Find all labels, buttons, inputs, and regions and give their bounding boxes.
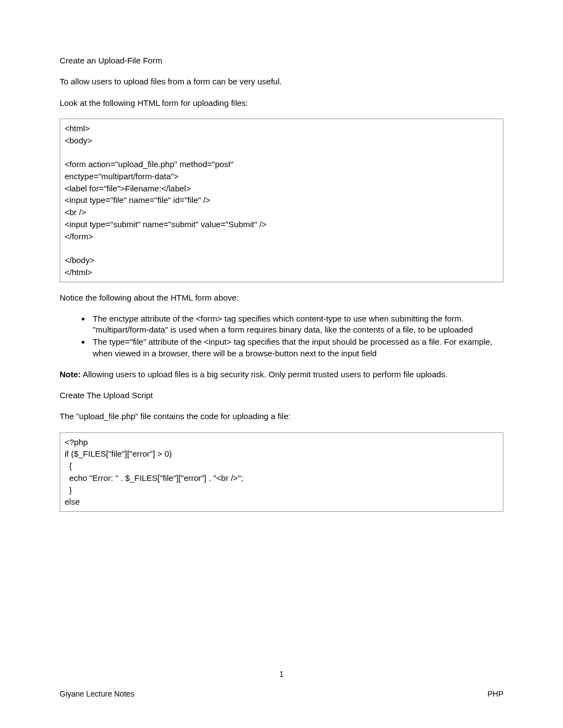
- paragraph: Look at the following HTML form for uplo…: [60, 98, 503, 109]
- footer: Giyane Lecture Notes PHP: [60, 689, 503, 698]
- note-text: Allowing users to upload files is a big …: [81, 370, 447, 379]
- footer-right: PHP: [487, 689, 503, 698]
- list-item: The enctype attribute of the <form> tag …: [91, 313, 503, 336]
- list-item: The type="file" attribute of the <input>…: [91, 336, 503, 359]
- section-heading: Create The Upload Script: [60, 390, 503, 401]
- paragraph: The "upload_file.php" file contains the …: [60, 411, 503, 422]
- page-number: 1: [0, 670, 563, 678]
- document-page: Create an Upload-File Form To allow user…: [0, 0, 563, 728]
- bullet-list: The enctype attribute of the <form> tag …: [60, 313, 503, 359]
- note-label: Note:: [60, 370, 81, 379]
- section-heading: Create an Upload-File Form: [60, 55, 503, 66]
- footer-left: Giyane Lecture Notes: [60, 689, 134, 698]
- paragraph: To allow users to upload files from a fo…: [60, 76, 503, 87]
- note-paragraph: Note: Allowing users to upload files is …: [60, 369, 503, 380]
- code-block: <?php if ($_FILES["file"]["error"] > 0) …: [60, 432, 503, 512]
- code-block: <html> <body> <form action="upload_file.…: [60, 119, 503, 282]
- paragraph: Notice the following about the HTML form…: [60, 292, 503, 303]
